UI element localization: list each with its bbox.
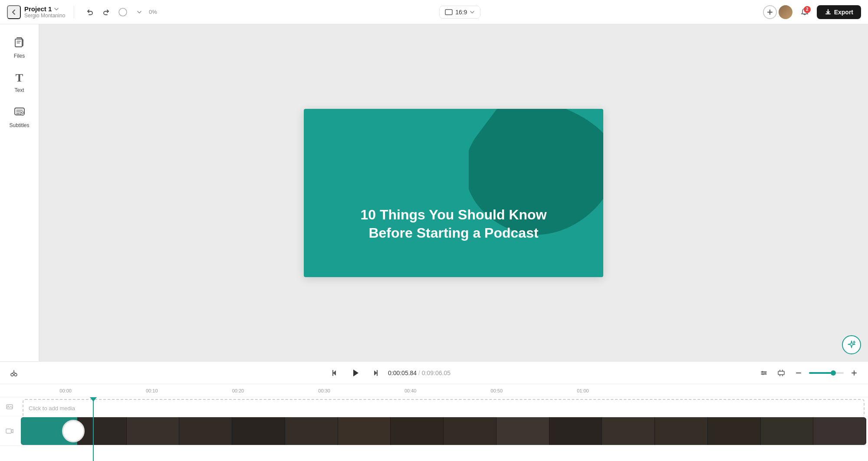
scissors-icon — [10, 369, 18, 377]
volume-thumb — [831, 370, 836, 376]
film-frame-11 — [549, 417, 602, 445]
svg-rect-10 — [778, 371, 784, 375]
sidebar-item-text[interactable]: T Text — [3, 66, 36, 99]
svg-point-6 — [14, 373, 17, 376]
ruler-mark-0020: 00:20 — [232, 388, 244, 393]
transport-bar: 0:00:05.84 / 0:09:06.05 — [0, 362, 868, 384]
subtitles-icon — [14, 106, 25, 120]
svg-rect-11 — [7, 405, 13, 409]
svg-point-9 — [763, 373, 764, 375]
project-info: Project 1 Sergio Montanino — [24, 5, 65, 19]
header-actions: 0% — [83, 5, 157, 19]
sidebar: Files T Text Subtitles — [0, 24, 39, 361]
film-frame-13 — [655, 417, 708, 445]
rewind-button[interactable] — [327, 366, 341, 380]
film-frame-4 — [179, 417, 232, 445]
ruler-mark-0010: 00:10 — [146, 388, 158, 393]
svg-rect-13 — [6, 429, 11, 433]
header-center: 16:9 — [162, 6, 758, 19]
files-icon — [14, 36, 25, 50]
transport-left — [7, 366, 21, 380]
progress-value: 0% — [149, 9, 157, 15]
video-track-content[interactable] — [21, 417, 866, 445]
settings-button[interactable] — [757, 366, 771, 380]
time-current: 0:00:05.84 — [388, 369, 417, 376]
cut-button[interactable] — [7, 366, 21, 380]
circle-thumbnail — [62, 420, 85, 442]
ruler-marks: 00:00 00:10 00:20 00:30 00:40 00:50 01:0… — [39, 384, 868, 397]
dropdown-button[interactable] — [132, 5, 146, 19]
notification-badge: 2 — [804, 6, 811, 13]
settings-icon — [760, 369, 768, 377]
film-frame-9 — [444, 417, 496, 445]
ruler-mark-0050: 00:50 — [491, 388, 503, 393]
svg-point-5 — [11, 373, 13, 376]
project-name-dropdown-icon — [53, 6, 59, 12]
time-total: 0:09:06.05 — [422, 369, 450, 376]
ruler-mark-0040: 00:40 — [404, 388, 417, 393]
video-filmstrip — [21, 417, 866, 445]
play-button[interactable] — [346, 364, 364, 382]
aspect-ratio-button[interactable]: 16:9 — [439, 6, 480, 19]
header-left: Project 1 Sergio Montanino — [7, 5, 65, 19]
back-button[interactable] — [7, 5, 21, 19]
svg-point-7 — [762, 371, 763, 372]
svg-point-0 — [119, 8, 127, 16]
header-right: 2 Export — [763, 5, 861, 19]
header-divider — [74, 6, 74, 18]
film-frame-10 — [496, 417, 549, 445]
sidebar-item-subtitles[interactable]: Subtitles — [3, 101, 36, 134]
notifications-button[interactable]: 2 — [798, 5, 812, 19]
export-button[interactable]: Export — [817, 5, 861, 19]
add-collaborator-button[interactable] — [763, 5, 777, 19]
track-video-icon — [0, 427, 19, 435]
sparkle-icon — [847, 340, 856, 350]
plus-icon — [850, 369, 858, 377]
aspect-ratio-dropdown-icon — [470, 10, 475, 15]
film-frame-14 — [708, 417, 761, 445]
timeline-ruler: 00:00 00:10 00:20 00:30 00:40 00:50 01:0… — [0, 384, 868, 397]
bottom-panel: 0:00:05.84 / 0:09:06.05 — [0, 361, 868, 461]
rewind-icon — [329, 368, 339, 378]
avatar — [779, 5, 792, 19]
volume-slider[interactable] — [809, 372, 844, 374]
time-display: 0:00:05.84 / 0:09:06.05 — [388, 369, 450, 376]
film-frame-12 — [602, 417, 655, 445]
transport-center: 0:00:05.84 / 0:09:06.05 — [24, 364, 753, 382]
main-area: Files T Text Subtitles — [0, 24, 868, 361]
undo-button[interactable] — [83, 5, 97, 19]
canvas-area: 10 Things You Should Know Before Startin… — [39, 24, 868, 361]
project-owner: Sergio Montanino — [24, 13, 65, 19]
track-photo-icon — [0, 403, 19, 411]
media-add-content[interactable]: Click to add media — [19, 397, 868, 416]
add-media-label: Click to add media — [29, 405, 75, 412]
transport-right — [757, 366, 861, 380]
redo-button[interactable] — [99, 5, 113, 19]
progress-button[interactable] — [116, 5, 130, 19]
zoom-fit-button[interactable] — [774, 366, 788, 380]
volume-fill — [809, 372, 833, 374]
zoom-fit-icon — [777, 369, 785, 377]
header: Project 1 Sergio Montanino — [0, 0, 868, 24]
add-media-zone[interactable]: Click to add media — [23, 399, 865, 418]
film-frame-5 — [232, 417, 285, 445]
ruler-mark-0000: 00:00 — [59, 388, 72, 393]
sidebar-item-files[interactable]: Files — [3, 31, 36, 64]
zoom-in-button[interactable] — [847, 366, 861, 380]
text-label: Text — [14, 87, 24, 93]
svg-rect-1 — [445, 10, 452, 15]
text-icon: T — [16, 72, 23, 85]
zoom-out-button[interactable] — [792, 366, 806, 380]
subtitles-label: Subtitles — [9, 122, 29, 128]
film-frame-6 — [285, 417, 338, 445]
video-track — [0, 416, 868, 446]
fast-forward-button[interactable] — [369, 366, 383, 380]
film-frame-8 — [391, 417, 444, 445]
files-label: Files — [14, 53, 25, 59]
preview-canvas[interactable]: 10 Things You Should Know Before Startin… — [304, 109, 603, 277]
ruler-mark-0030: 00:30 — [318, 388, 330, 393]
magic-button[interactable] — [842, 335, 861, 354]
film-frame-16 — [813, 417, 866, 445]
film-frame-7 — [338, 417, 391, 445]
project-name[interactable]: Project 1 — [24, 5, 65, 13]
